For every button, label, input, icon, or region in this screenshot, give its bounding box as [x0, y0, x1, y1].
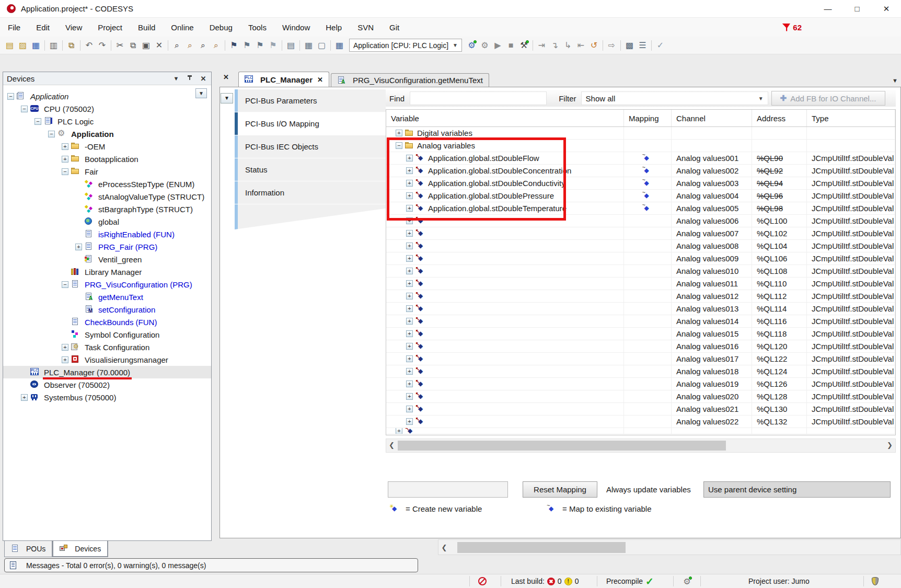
expand-icon[interactable]: +	[21, 394, 28, 401]
subtab-pci-bus-iec-objects[interactable]: PCI-Bus IEC Objects	[235, 135, 386, 158]
expand-icon[interactable]: +	[406, 192, 413, 199]
stop-icon[interactable]: ■	[504, 39, 517, 52]
tree-item-getmenutext[interactable]: AgetMenuText	[3, 291, 211, 303]
expand-icon[interactable]: +	[406, 293, 413, 299]
scroll-left-icon[interactable]: ❮	[438, 544, 450, 551]
monitoring-icon[interactable]: ▩	[623, 39, 636, 52]
tree-item-isrightenabled-fun[interactable]: isRightEnabled (FUN)	[3, 228, 211, 240]
tree-item-plc-manager-70-0000[interactable]: PLCPLC_Manager (70.0000)	[3, 366, 211, 378]
clear-bookmarks-icon[interactable]: ⚑	[267, 39, 280, 52]
expand-icon[interactable]: +	[406, 355, 413, 362]
expand-icon[interactable]: +	[406, 243, 413, 249]
breakpoints-icon[interactable]: ⚒	[517, 39, 530, 52]
redo-icon[interactable]: ↷	[96, 39, 109, 52]
expand-icon[interactable]: +	[75, 244, 82, 250]
red-flag-icon[interactable]	[782, 24, 790, 31]
tree-item-visualisierungsmanager[interactable]: +Visualisierungsmanager	[3, 353, 211, 366]
execution-order-icon[interactable]: ☰	[636, 39, 649, 52]
expand-icon[interactable]: +	[396, 428, 402, 434]
menu-edit[interactable]: Edit	[28, 20, 57, 35]
expand-icon[interactable]: +	[62, 344, 68, 351]
tree-item-stanalogvaluetype-struct[interactable]: ◆◆◆stAnalogValueType (STRUCT)	[3, 190, 211, 203]
step-over-icon[interactable]: ⇥	[535, 39, 548, 52]
tree-item-application[interactable]: −Application	[3, 90, 211, 102]
minimize-button[interactable]: —	[813, 0, 842, 17]
save-icon[interactable]: ▦	[29, 39, 42, 52]
expand-icon[interactable]: +	[406, 406, 413, 412]
expand-icon[interactable]: +	[406, 418, 413, 425]
step-out-icon[interactable]: ↳	[561, 39, 574, 52]
expand-icon[interactable]: +	[406, 230, 413, 237]
tree-item-oem[interactable]: +-OEM	[3, 140, 211, 153]
print-icon[interactable]: ▥	[47, 39, 60, 52]
table-row[interactable]: +↖◆Analog values021%QL130JCmpUtilItf.stD…	[386, 403, 895, 416]
expand-icon[interactable]: +	[406, 205, 413, 212]
collapse-icon[interactable]: −	[21, 106, 28, 112]
horizontal-scrollbar[interactable]: ❮	[438, 539, 901, 555]
column-header-channel[interactable]: Channel	[672, 110, 752, 126]
tree-item-setconfiguration[interactable]: MsetConfiguration	[3, 303, 211, 316]
undo-icon[interactable]: ↶	[83, 39, 96, 52]
tree-item-prg-visuconfiguration-prg[interactable]: −PRG_VisuConfiguration (PRG)	[3, 278, 211, 291]
menu-file[interactable]: File	[0, 20, 28, 35]
tree-item-bootapplication[interactable]: +Bootapplication	[3, 153, 211, 165]
collapse-icon[interactable]: −	[7, 93, 14, 100]
new-object-icon[interactable]: ▢	[315, 39, 328, 52]
editor-tab-plc-manager[interactable]: PLCPLC_Manager✕	[238, 72, 329, 87]
static-analysis-icon[interactable]: ✓	[654, 39, 667, 52]
table-row[interactable]: +↖◆Analog values020%QL128JCmpUtilItf.stD…	[386, 390, 895, 403]
messages-bar[interactable]: Messages - Total 0 error(s), 0 warning(s…	[4, 558, 418, 572]
expand-icon[interactable]: +	[406, 180, 413, 187]
delete-icon[interactable]: ✕	[153, 39, 166, 52]
tree-item-symbol-configuration[interactable]: Symbol Configuration	[3, 328, 211, 341]
expand-icon[interactable]: +	[62, 156, 68, 163]
tree-item-eprocesssteptype-enum[interactable]: ◆◆◆eProcessStepType (ENUM)	[3, 178, 211, 190]
run-to-cursor-icon[interactable]: ⇤	[574, 39, 587, 52]
panel-menu-dropdown-icon[interactable]: ▼	[172, 75, 180, 82]
paste-icon[interactable]: ▣	[140, 39, 153, 52]
menu-tools[interactable]: Tools	[240, 20, 274, 35]
table-row[interactable]: +↖◆Analog values009%QL106JCmpUtilItf.stD…	[386, 252, 895, 265]
collapse-icon[interactable]: −	[62, 281, 68, 288]
expand-icon[interactable]: +	[406, 255, 413, 262]
tree-item-systembus-705000[interactable]: +Systembus (705000)	[3, 391, 211, 403]
active-application-combo[interactable]: Application [CPU: PLC Logic] ▼	[349, 39, 462, 52]
collapse-icon[interactable]: −	[396, 142, 402, 149]
editor-dropdown-icon[interactable]: ▼	[221, 93, 233, 103]
expand-icon[interactable]: +	[406, 343, 413, 350]
reset-icon[interactable]: ↺	[587, 39, 600, 52]
expand-icon[interactable]: +	[406, 318, 413, 325]
bookmark-icon[interactable]: ⚑	[227, 39, 240, 52]
table-row[interactable]: +↖◆	[386, 428, 895, 434]
add-fb-button[interactable]: ✚ Add FB for IO Channel...	[771, 91, 885, 106]
collapse-icon[interactable]: −	[48, 131, 55, 137]
cut-icon[interactable]: ✂	[113, 39, 126, 52]
scroll-right-icon[interactable]: ❯	[887, 441, 893, 449]
table-row[interactable]: +↖◆Analog values008%QL104JCmpUtilItf.stD…	[386, 240, 895, 252]
expand-icon[interactable]: +	[406, 155, 413, 162]
table-row[interactable]: +↖◆Analog values007%QL102JCmpUtilItf.stD…	[386, 227, 895, 240]
subtab-pci-bus-i-o-mapping[interactable]: PCI-Bus I/O Mapping	[235, 112, 386, 135]
table-row[interactable]: +↖◆Application.global.stDoubleFlow~◆Anal…	[386, 152, 895, 165]
tree-item-fair[interactable]: −Fair	[3, 165, 211, 178]
close-panel-icon[interactable]: ✕	[199, 75, 207, 83]
expand-icon[interactable]: +	[406, 268, 413, 274]
menu-svn[interactable]: SVN	[350, 20, 382, 35]
close-tab-icon[interactable]: ✕	[223, 73, 229, 81]
collapse-icon[interactable]: −	[34, 118, 41, 125]
expand-icon[interactable]: +	[406, 167, 413, 174]
menu-window[interactable]: Window	[274, 20, 318, 35]
start-icon[interactable]: ▶	[491, 39, 504, 52]
open-file-icon[interactable]: ▨	[16, 39, 29, 52]
find-icon[interactable]: ⌕	[170, 39, 183, 52]
logout-icon[interactable]: ⚙	[478, 39, 491, 52]
replace-in-files-icon[interactable]: ⌕	[210, 39, 223, 52]
update-mode-combo[interactable]: Use parent device setting	[703, 481, 891, 498]
paste-special-icon[interactable]: ⧉	[65, 39, 78, 52]
table-row[interactable]: +↖◆Application.global.stDoublePressure~◆…	[386, 190, 895, 202]
tree-item-checkbounds-fun[interactable]: CheckBounds (FUN)	[3, 316, 211, 328]
scrollbar-thumb[interactable]	[398, 441, 726, 451]
tree-item-stbargraphtype-struct[interactable]: ◆◆◆stBargraphType (STRUCT)	[3, 203, 211, 215]
table-row[interactable]: +↖◆Application.global.stDoubleConductivi…	[386, 177, 895, 190]
table-row[interactable]: +↖◆Application.global.stDoubleConcentrat…	[386, 165, 895, 177]
